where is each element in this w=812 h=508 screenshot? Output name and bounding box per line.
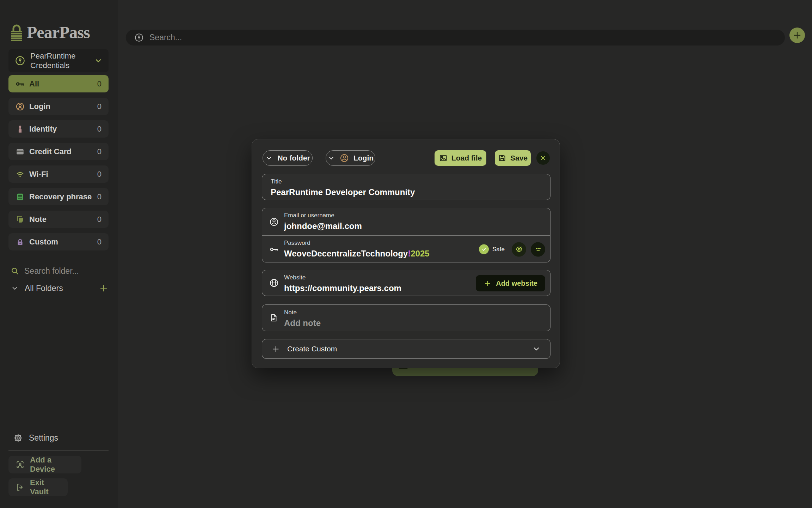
lock-icon bbox=[16, 237, 25, 247]
create-custom-button[interactable]: Create Custom bbox=[262, 339, 550, 359]
save-button[interactable]: Save bbox=[495, 150, 531, 166]
globe-icon bbox=[269, 278, 279, 288]
item-count: 0 bbox=[97, 215, 102, 224]
folder-selector-label: No folder bbox=[277, 154, 310, 162]
plus-icon bbox=[484, 279, 492, 288]
type-selector-label: Login bbox=[353, 154, 374, 162]
add-item-button[interactable] bbox=[789, 28, 805, 43]
sidebar-item-wifi[interactable]: Wi-Fi 0 bbox=[8, 165, 109, 183]
chevron-down-icon bbox=[94, 56, 103, 65]
item-count: 0 bbox=[97, 237, 102, 247]
eye-off-icon bbox=[515, 245, 523, 254]
wifi-icon bbox=[16, 170, 25, 179]
device-scan-icon bbox=[16, 460, 25, 469]
username-field[interactable]: Email or username johndoe@mail.com bbox=[262, 208, 550, 235]
sidebar-item-label: All bbox=[29, 79, 39, 89]
password-value-main: WeoveDecentralizeTechnology bbox=[284, 249, 408, 258]
plus-icon bbox=[271, 345, 280, 353]
toggle-password-visibility-button[interactable] bbox=[512, 242, 526, 256]
add-device-button[interactable]: Add a Device bbox=[8, 456, 81, 473]
document-icon bbox=[269, 313, 278, 322]
sidebar-item-identity[interactable]: Identity 0 bbox=[8, 120, 109, 138]
sidebar-item-note[interactable]: Note 0 bbox=[8, 211, 109, 228]
password-field[interactable]: Password WeoveDecentralizeTechnology!202… bbox=[262, 236, 550, 263]
load-file-label: Load file bbox=[451, 154, 482, 162]
settings-button[interactable]: Settings bbox=[13, 433, 58, 443]
sidebar-item-label: Wi-Fi bbox=[29, 170, 48, 179]
global-search bbox=[126, 30, 785, 46]
lock-logo-icon bbox=[10, 23, 23, 42]
search-icon bbox=[11, 267, 19, 276]
chevron-down-icon bbox=[265, 154, 273, 162]
item-count: 0 bbox=[97, 125, 102, 134]
username-value: johndoe@mail.com bbox=[284, 221, 550, 231]
app-title: PearPass bbox=[27, 23, 90, 42]
app-logo: PearPass bbox=[10, 23, 90, 42]
image-icon bbox=[439, 154, 448, 162]
gear-icon bbox=[13, 433, 23, 443]
all-folders-label: All Folders bbox=[25, 284, 63, 293]
load-file-button[interactable]: Load file bbox=[435, 150, 486, 166]
title-label: Title bbox=[271, 178, 550, 185]
website-field[interactable]: Website https://community.pears.com Add … bbox=[262, 270, 550, 296]
credentials-group: Email or username johndoe@mail.com Passw… bbox=[262, 208, 550, 262]
username-label: Email or username bbox=[284, 212, 550, 219]
add-folder-button[interactable] bbox=[99, 283, 109, 293]
exit-vault-button[interactable]: Exit Vault bbox=[8, 478, 68, 496]
item-count: 0 bbox=[97, 192, 102, 201]
add-website-label: Add website bbox=[496, 279, 537, 288]
title-field[interactable]: Title PearRuntime Developer Community bbox=[262, 174, 550, 200]
title-value: PearRuntime Developer Community bbox=[271, 187, 550, 197]
close-button[interactable] bbox=[536, 151, 550, 165]
safe-check-icon bbox=[479, 244, 489, 254]
folder-selector[interactable]: No folder bbox=[263, 150, 313, 166]
save-label: Save bbox=[510, 154, 528, 162]
sidebar-item-label: Recovery phrase bbox=[29, 192, 92, 201]
sidebar-item-custom[interactable]: Custom 0 bbox=[8, 233, 109, 250]
item-count: 0 bbox=[97, 102, 102, 111]
keyhole-icon bbox=[15, 55, 25, 66]
all-folders-row[interactable]: All Folders bbox=[11, 281, 109, 295]
chevron-down-icon bbox=[327, 154, 335, 162]
vault-name: PearRuntime Credentials bbox=[30, 51, 87, 70]
note-icon bbox=[16, 215, 25, 224]
chevron-down-icon bbox=[11, 284, 19, 292]
person-circle-icon bbox=[16, 102, 25, 111]
global-search-input[interactable] bbox=[149, 32, 360, 43]
create-custom-label: Create Custom bbox=[287, 345, 337, 353]
sidebar-item-label: Custom bbox=[29, 237, 58, 247]
sidebar-item-label: Note bbox=[29, 215, 47, 224]
password-strength-label: Safe bbox=[492, 246, 505, 253]
add-device-label: Add a Device bbox=[30, 455, 73, 474]
exit-vault-label: Exit Vault bbox=[30, 478, 59, 496]
type-selector[interactable]: Login bbox=[326, 150, 375, 166]
floppy-save-icon bbox=[498, 154, 506, 162]
credit-card-icon bbox=[16, 147, 25, 156]
note-field[interactable]: Note Add note bbox=[262, 304, 550, 331]
sidebar-item-recovery-phrase[interactable]: Recovery phrase 0 bbox=[8, 188, 109, 205]
person-icon bbox=[16, 125, 25, 134]
person-circle-icon bbox=[269, 217, 279, 226]
sidebar-item-credit-card[interactable]: Credit Card 0 bbox=[8, 143, 109, 160]
sidebar: PearPass PearRuntime Credentials All 0 bbox=[0, 0, 118, 508]
logout-icon bbox=[16, 483, 25, 492]
item-count: 0 bbox=[97, 170, 102, 179]
settings-label: Settings bbox=[29, 433, 58, 443]
sidebar-item-label: Login bbox=[29, 102, 50, 111]
folder-search bbox=[11, 264, 106, 278]
keyhole-search-icon bbox=[134, 33, 144, 42]
sidebar-item-label: Credit Card bbox=[29, 147, 72, 156]
key-icon bbox=[269, 244, 279, 254]
modal-header: No folder Login Load file bbox=[263, 150, 550, 166]
sidebar-item-login[interactable]: Login 0 bbox=[8, 98, 109, 115]
item-count: 0 bbox=[97, 79, 102, 89]
password-options-button[interactable] bbox=[531, 242, 545, 256]
add-website-button[interactable]: Add website bbox=[476, 275, 545, 291]
folder-search-input[interactable] bbox=[24, 266, 94, 276]
vault-selector[interactable]: PearRuntime Credentials bbox=[8, 49, 109, 72]
sidebar-item-all[interactable]: All 0 bbox=[8, 75, 109, 92]
pearpass-app: PearPass PearRuntime Credentials All 0 bbox=[0, 0, 812, 508]
sidebar-divider bbox=[8, 450, 109, 451]
recovery-phrase-icon bbox=[16, 192, 25, 201]
person-circle-icon bbox=[340, 153, 349, 163]
